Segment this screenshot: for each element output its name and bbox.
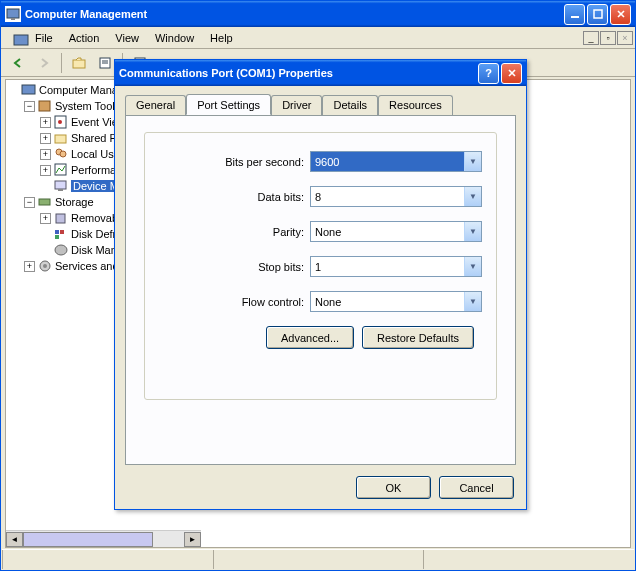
tab-port-settings[interactable]: Port Settings xyxy=(186,94,271,115)
expand-icon[interactable]: + xyxy=(40,133,51,144)
svg-point-18 xyxy=(58,120,62,124)
collapse-icon[interactable]: − xyxy=(24,197,35,208)
svg-rect-1 xyxy=(11,18,15,20)
svg-rect-27 xyxy=(55,230,59,234)
app-icon xyxy=(5,6,21,22)
chevron-down-icon[interactable]: ▼ xyxy=(464,292,481,311)
tab-details[interactable]: Details xyxy=(322,95,378,116)
dialog-close-button[interactable] xyxy=(501,63,522,84)
expand-icon[interactable]: + xyxy=(40,149,51,160)
combo-flow[interactable]: None▼ xyxy=(310,291,482,312)
statusbar xyxy=(2,549,634,569)
close-button[interactable] xyxy=(610,4,631,25)
chevron-down-icon[interactable]: ▼ xyxy=(464,187,481,206)
label-flow: Flow control: xyxy=(159,296,304,308)
menu-action[interactable]: Action xyxy=(61,30,108,46)
tools-icon xyxy=(37,98,53,114)
mdi-minimize-button[interactable]: _ xyxy=(583,31,599,45)
properties-dialog: Communications Port (COM1) Properties ? … xyxy=(114,59,527,510)
defrag-icon xyxy=(53,226,69,242)
svg-point-21 xyxy=(60,151,66,157)
minimize-button[interactable] xyxy=(564,4,585,25)
removable-icon xyxy=(53,210,69,226)
svg-rect-0 xyxy=(7,9,19,18)
cancel-button[interactable]: Cancel xyxy=(439,476,514,499)
disk-icon xyxy=(53,242,69,258)
menu-help[interactable]: Help xyxy=(202,30,241,46)
tab-resources[interactable]: Resources xyxy=(378,95,453,116)
menu-view[interactable]: View xyxy=(107,30,147,46)
event-icon xyxy=(53,114,69,130)
svg-point-30 xyxy=(55,245,67,255)
menubar: File Action View Window Help _ ▫ × xyxy=(1,27,635,49)
label-stopbits: Stop bits: xyxy=(159,261,304,273)
svg-rect-28 xyxy=(60,230,64,234)
maximize-button[interactable] xyxy=(587,4,608,25)
dialog-titlebar: Communications Port (COM1) Properties ? xyxy=(115,60,526,86)
computer-icon xyxy=(21,82,37,98)
label-parity: Parity: xyxy=(159,226,304,238)
mdi-restore-button[interactable]: ▫ xyxy=(600,31,616,45)
up-button[interactable] xyxy=(68,52,90,74)
scroll-right-button[interactable]: ► xyxy=(184,532,201,547)
advanced-button[interactable]: Advanced... xyxy=(266,326,354,349)
users-icon xyxy=(53,146,69,162)
menu-window[interactable]: Window xyxy=(147,30,202,46)
svg-rect-23 xyxy=(55,181,66,189)
svg-rect-15 xyxy=(22,85,35,94)
combo-databits[interactable]: 8▼ xyxy=(310,186,482,207)
svg-rect-26 xyxy=(56,214,65,223)
back-button[interactable] xyxy=(7,52,29,74)
main-titlebar: Computer Management xyxy=(1,1,635,27)
svg-rect-7 xyxy=(73,60,85,68)
svg-rect-6 xyxy=(14,35,28,45)
svg-rect-16 xyxy=(39,101,50,111)
port-settings-group: Bits per second: 9600▼ Data bits: 8▼ Par… xyxy=(144,132,497,400)
combo-stopbits[interactable]: 1▼ xyxy=(310,256,482,277)
ok-button[interactable]: OK xyxy=(356,476,431,499)
mdi-close-button[interactable]: × xyxy=(617,31,633,45)
shared-icon xyxy=(53,130,69,146)
expand-icon[interactable]: + xyxy=(40,165,51,176)
scroll-left-button[interactable]: ◄ xyxy=(6,532,23,547)
chevron-down-icon[interactable]: ▼ xyxy=(464,152,481,171)
window-title: Computer Management xyxy=(25,8,147,20)
device-icon xyxy=(53,178,69,194)
combo-parity[interactable]: None▼ xyxy=(310,221,482,242)
services-icon xyxy=(37,258,53,274)
tab-general[interactable]: General xyxy=(125,95,186,116)
properties-button[interactable] xyxy=(94,52,116,74)
chevron-down-icon[interactable]: ▼ xyxy=(464,257,481,276)
chevron-down-icon[interactable]: ▼ xyxy=(464,222,481,241)
tabstrip: General Port Settings Driver Details Res… xyxy=(125,94,516,115)
svg-rect-24 xyxy=(58,189,63,191)
restore-defaults-button[interactable]: Restore Defaults xyxy=(362,326,474,349)
mdi-app-icon xyxy=(5,30,21,46)
collapse-icon[interactable]: − xyxy=(24,101,35,112)
label-bps: Bits per second: xyxy=(159,156,304,168)
svg-rect-29 xyxy=(55,235,59,239)
expand-icon[interactable]: + xyxy=(24,261,35,272)
svg-rect-2 xyxy=(571,16,579,18)
storage-icon xyxy=(37,194,53,210)
svg-rect-19 xyxy=(55,135,66,143)
tree-hscrollbar[interactable]: ◄ ► xyxy=(6,530,201,547)
svg-point-32 xyxy=(43,264,47,268)
svg-rect-3 xyxy=(594,10,602,18)
svg-rect-25 xyxy=(39,199,50,205)
menu-file[interactable]: File xyxy=(27,30,61,46)
tab-driver[interactable]: Driver xyxy=(271,95,322,116)
scroll-thumb[interactable] xyxy=(23,532,153,547)
perf-icon xyxy=(53,162,69,178)
expand-icon[interactable]: + xyxy=(40,213,51,224)
dialog-title: Communications Port (COM1) Properties xyxy=(119,67,333,79)
expand-icon[interactable]: + xyxy=(40,117,51,128)
forward-button[interactable] xyxy=(33,52,55,74)
help-button[interactable]: ? xyxy=(478,63,499,84)
main-window: Computer Management File Action View Win… xyxy=(0,0,636,571)
combo-bps[interactable]: 9600▼ xyxy=(310,151,482,172)
label-databits: Data bits: xyxy=(159,191,304,203)
tab-body: Bits per second: 9600▼ Data bits: 8▼ Par… xyxy=(125,115,516,465)
